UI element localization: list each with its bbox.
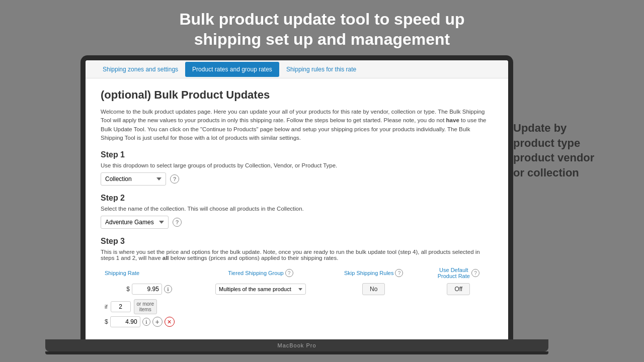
step1-dropdown[interactable]: Collection Vendor Product Type (101, 172, 166, 186)
step3-title: Step 3 (101, 237, 493, 246)
row1-skip-cell: No (324, 281, 424, 297)
sidebar-line1: Update by (513, 122, 567, 134)
step1-description: Use this dropdown to select large groups… (101, 162, 493, 168)
row1-price-help[interactable]: ℹ (164, 285, 172, 293)
row1-default-button[interactable]: Off (447, 283, 470, 295)
laptop-chin (45, 351, 548, 354)
sidebar-line3: product vendor (513, 151, 594, 164)
page-description: Welcome to the bulk product updates page… (101, 108, 493, 142)
hero-title: Bulk product update tool to speed up shi… (0, 0, 644, 56)
table-row-1: $ ℹ Multiples of the same product Total … (101, 281, 493, 297)
nav-tabs: Shipping zones and settings Product rate… (86, 60, 508, 78)
step1-title: Step 1 (101, 150, 493, 159)
row2-qty-input[interactable] (111, 301, 131, 312)
if-label: if (105, 304, 108, 310)
step2-dropdown-row: Adventure Games Board Games Card Games ? (101, 216, 493, 229)
step3-section: Step 3 This is where you set the price a… (101, 237, 493, 329)
step2-description: Select the name of the collection. This … (101, 206, 493, 212)
col-header-shipping: Shipping Rate (101, 265, 198, 281)
laptop-model-label: MacBook Pro (277, 342, 316, 348)
tab-shipping-zones[interactable]: Shipping zones and settings (96, 62, 185, 77)
laptop-bottom-bar: MacBook Pro (45, 339, 548, 351)
row2-tiered-cell (198, 297, 324, 329)
step2-section: Step 2 Select the name of the collection… (101, 194, 493, 229)
tab-product-rates[interactable]: Product rates and group rates (185, 62, 279, 77)
step3-description: This is where you set the price and opti… (101, 249, 493, 261)
tiered-help-icon[interactable]: ? (285, 269, 293, 277)
step2-title: Step 2 (101, 194, 493, 203)
row2-add-button[interactable]: + (152, 317, 163, 327)
row2-default-cell (424, 297, 493, 329)
row1-price-input[interactable] (132, 284, 162, 295)
row1-skip-button[interactable]: No (362, 283, 385, 295)
row1-tiered-dropdown[interactable]: Multiples of the same product Total item… (215, 284, 306, 295)
row1-default-cell: Off (424, 281, 493, 297)
sidebar-line2: product type (513, 137, 580, 149)
col-header-default: Use DefaultProduct Rate ? (424, 265, 493, 281)
table-row-2: if or moreitems $ ℹ + (101, 297, 493, 329)
or-more-badge: or moreitems (134, 299, 157, 314)
main-content: (optional) Bulk Product Updates Welcome … (86, 78, 508, 345)
row1-shipping-cell: $ ℹ (101, 281, 198, 297)
step2-dropdown[interactable]: Adventure Games Board Games Card Games (101, 216, 169, 229)
row1-tiered-cell: Multiples of the same product Total item… (198, 281, 324, 297)
hero-line1: Bulk product update tool to speed up (179, 10, 464, 28)
laptop-screen: Shipping zones and settings Product rate… (86, 60, 508, 345)
col-header-tiered: Tiered Shipping Group ? (198, 265, 324, 281)
sidebar-line4: or collection (513, 166, 579, 179)
row2-if-row: if or moreitems (105, 299, 157, 314)
step3-table: Shipping Rate Tiered Shipping Group ? (101, 265, 493, 329)
laptop-frame: Shipping zones and settings Product rate… (80, 55, 513, 345)
row2-skip-cell (324, 297, 424, 329)
page-title: (optional) Bulk Product Updates (101, 88, 493, 102)
tab-shipping-rules[interactable]: Shipping rules for this rate (279, 62, 363, 77)
sidebar-annotation: Update by product type product vendor or… (513, 121, 614, 180)
row2-price-help[interactable]: ℹ (142, 318, 150, 326)
step1-dropdown-row: Collection Vendor Product Type ? (101, 172, 493, 186)
col-header-skip: Skip Shipping Rules ? (324, 265, 424, 281)
step2-help-icon[interactable]: ? (173, 218, 182, 227)
step1-section: Step 1 Use this dropdown to select large… (101, 150, 493, 186)
row2-price-input[interactable] (110, 316, 140, 327)
default-help-icon[interactable]: ? (471, 269, 479, 277)
step1-help-icon[interactable]: ? (170, 174, 179, 184)
row2-delete-button[interactable]: × (165, 317, 175, 327)
row2-shipping-cell: if or moreitems $ ℹ + (101, 297, 198, 329)
skip-help-icon[interactable]: ? (395, 269, 403, 277)
hero-line2: shipping set up and management (194, 30, 450, 48)
